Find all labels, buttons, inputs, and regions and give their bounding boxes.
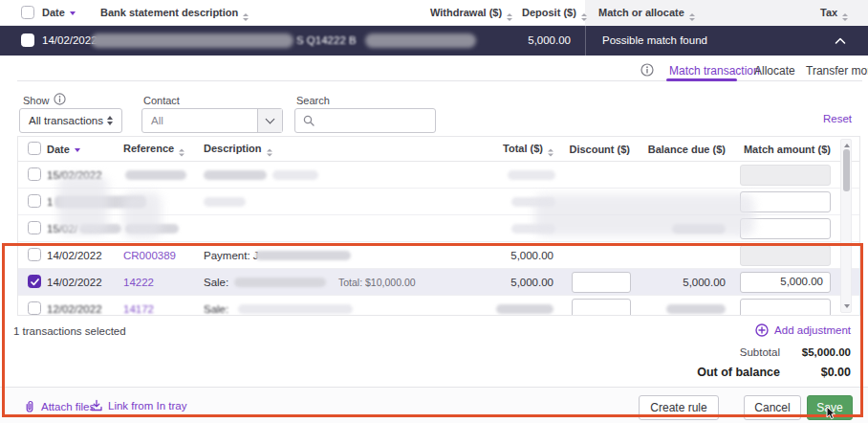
subtotal-value: $5,000.00 xyxy=(792,346,851,358)
tab-transfer-money[interactable]: Transfer money xyxy=(806,64,868,78)
mcol-reference[interactable]: Reference xyxy=(123,142,184,156)
redacted-cell-pill xyxy=(204,170,267,180)
bank-reconciliation-panel: Date Bank statement description Withdraw… xyxy=(0,0,868,423)
out-of-balance-row: Out of balance $0.00 xyxy=(697,366,851,379)
sort-icon xyxy=(179,148,184,156)
search-input[interactable] xyxy=(294,108,436,133)
info-icon[interactable] xyxy=(54,93,66,105)
reset-link[interactable]: Reset xyxy=(823,113,852,124)
mcol-total[interactable]: Total ($) xyxy=(458,142,553,156)
contact-select-toggle[interactable] xyxy=(257,109,282,132)
create-rule-button[interactable]: Create rule xyxy=(639,395,719,420)
redacted-cell-pill xyxy=(496,304,553,314)
scroll-up-icon[interactable] xyxy=(844,144,850,147)
info-icon[interactable] xyxy=(640,63,654,77)
out-of-balance-value: $0.00 xyxy=(792,366,851,379)
add-adjustment-link[interactable]: Add adjustment xyxy=(755,323,851,337)
match-table-header: Date Reference Description Total ($) Dis… xyxy=(18,137,859,162)
table-row[interactable]: 14/02/2022 CR000389 Payment: J 5,000.00 xyxy=(18,242,859,269)
col-tax[interactable]: Tax xyxy=(820,7,848,21)
stepper-icon xyxy=(107,116,113,125)
sort-icon xyxy=(581,13,587,21)
match-amount-input[interactable] xyxy=(740,299,831,316)
statement-deposit: 5,000.00 xyxy=(516,34,571,46)
discount-input[interactable] xyxy=(572,299,631,316)
mcol-total-label: Total ($) xyxy=(503,142,543,153)
redacted-cell-pill xyxy=(508,170,555,180)
col-withdrawal-label: Withdrawal ($) xyxy=(430,7,502,18)
row-checkbox[interactable] xyxy=(28,221,41,234)
sort-desc-icon xyxy=(70,11,76,15)
table-scrollbar[interactable] xyxy=(840,139,852,313)
table-row-selected[interactable]: 14/02/2022 14222 Sale: Total: $10,000.00… xyxy=(18,269,859,296)
discount-input[interactable] xyxy=(572,272,631,293)
table-row[interactable]: 12/02/2022 14172 Sale: xyxy=(18,296,859,316)
redaction-smear xyxy=(58,175,108,234)
contact-label: Contact xyxy=(143,95,180,106)
row-checkbox[interactable] xyxy=(28,301,41,315)
sort-desc-icon xyxy=(75,148,80,152)
row-balance-due: 5,000.00 xyxy=(644,277,726,288)
sort-icon xyxy=(689,13,695,21)
redacted-cell-pill xyxy=(666,304,726,314)
match-header-checkbox[interactable] xyxy=(28,142,41,155)
match-amount-input-disabled xyxy=(740,165,831,186)
paperclip-icon xyxy=(23,399,36,413)
add-adjustment-label: Add adjustment xyxy=(774,324,851,336)
col-deposit[interactable]: Deposit ($) xyxy=(522,7,587,21)
col-deposit-label: Deposit ($) xyxy=(522,7,576,18)
statement-header-checkbox[interactable] xyxy=(21,6,34,19)
row-date: 14/02/2022 xyxy=(47,250,102,261)
redacted-cell-pill xyxy=(234,278,326,287)
match-amount-input[interactable]: 5,000.00 xyxy=(740,272,831,293)
show-select[interactable]: All transactions xyxy=(19,108,122,133)
tab-match-transaction[interactable]: Match transaction xyxy=(669,64,760,78)
show-label: Show xyxy=(23,95,50,106)
cancel-button[interactable]: Cancel xyxy=(744,395,801,420)
row-reference-link[interactable]: 14222 xyxy=(123,277,154,288)
col-date[interactable]: Date xyxy=(42,7,76,18)
chevron-up-icon[interactable] xyxy=(835,37,846,45)
row-checkbox-checked[interactable] xyxy=(28,275,41,288)
statement-row-checkbox[interactable] xyxy=(21,33,34,47)
scrollbar-thumb[interactable] xyxy=(843,149,850,191)
col-match-or-allocate[interactable]: Match or allocate xyxy=(598,7,695,21)
col-withdrawal[interactable]: Withdrawal ($) xyxy=(430,7,512,21)
row-date: 14/02/2022 xyxy=(47,277,102,288)
statement-row[interactable]: 14/02/2022 S Q14222 B 5,000.00 Possible … xyxy=(0,26,868,56)
mcol-date[interactable]: Date xyxy=(47,144,80,155)
sort-icon xyxy=(267,148,272,156)
col-bank-statement-description[interactable]: Bank statement description xyxy=(100,7,249,21)
statement-description-fragment: S Q14222 B xyxy=(296,34,357,46)
mcol-description[interactable]: Description xyxy=(204,142,272,156)
row-checkbox[interactable] xyxy=(28,167,41,181)
redacted-cell-pill xyxy=(272,170,318,180)
mcol-match-amount: Match amount ($) xyxy=(730,144,831,155)
sort-icon xyxy=(548,148,553,156)
scroll-down-icon[interactable] xyxy=(844,304,850,308)
row-reference-link[interactable]: CR000389 xyxy=(123,250,176,261)
search-label: Search xyxy=(296,95,330,106)
plus-circle-icon xyxy=(755,323,769,337)
row-checkbox[interactable] xyxy=(28,248,41,261)
redaction-smear xyxy=(534,194,754,236)
out-of-balance-label: Out of balance xyxy=(697,366,780,379)
sort-icon xyxy=(842,13,848,21)
row-description: Sale: xyxy=(204,303,228,315)
tab-allocate[interactable]: Allocate xyxy=(754,64,795,78)
mcol-ref-label: Reference xyxy=(123,142,174,153)
row-checkbox[interactable] xyxy=(28,194,41,208)
col-moa-label: Match or allocate xyxy=(598,7,684,18)
row-reference-link[interactable]: 14172 xyxy=(123,303,154,315)
statement-table-header: Date Bank statement description Withdraw… xyxy=(0,0,868,26)
redacted-cell-pill xyxy=(255,251,351,260)
chevron-down-icon xyxy=(266,115,275,124)
contact-select[interactable]: All xyxy=(141,108,283,133)
col-tax-label: Tax xyxy=(820,7,837,18)
in-tray-icon xyxy=(90,399,103,412)
table-row[interactable]: 15/02/2022 xyxy=(18,162,859,189)
attach-files-link[interactable]: Attach files xyxy=(23,399,95,413)
sort-icon xyxy=(507,13,512,21)
link-from-in-tray-link[interactable]: Link from In tray xyxy=(90,399,186,412)
show-select-value: All transactions xyxy=(29,115,103,126)
